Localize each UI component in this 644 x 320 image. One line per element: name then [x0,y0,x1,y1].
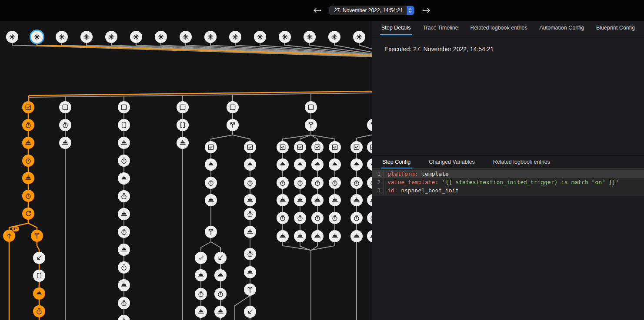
node-timer[interactable] [350,212,363,224]
node-service[interactable] [195,306,207,318]
tab-related-logbook-entries-2[interactable]: Related logbook entries [492,156,551,168]
node-asterisk[interactable] [304,31,316,43]
node-service[interactable] [329,230,341,242]
node-service[interactable] [329,194,341,206]
node-service[interactable] [311,194,324,206]
node-service[interactable] [277,194,289,206]
node-timer[interactable] [311,177,324,189]
node-service[interactable] [277,158,289,171]
node-condition-blank[interactable] [59,101,71,113]
node-brackets[interactable] [118,119,130,131]
node-split[interactable] [305,119,317,131]
tab-automation-config[interactable]: Automation Config [538,21,585,35]
node-service[interactable] [177,137,189,149]
node-service[interactable] [244,226,256,238]
node-condition[interactable] [244,141,256,153]
node-check[interactable] [195,252,207,264]
node-service[interactable] [311,158,324,171]
node-asterisk[interactable] [353,31,365,43]
node-service[interactable] [22,137,34,149]
node-service[interactable] [205,194,217,206]
node-timer[interactable] [205,177,217,189]
node-asterisk[interactable] [180,31,192,43]
node-condition-blank[interactable] [118,101,130,113]
node-timer[interactable] [244,208,256,220]
tab-blueprint-config[interactable]: Blueprint Config [595,21,636,35]
node-condition[interactable] [277,141,289,153]
node-timer[interactable] [22,155,34,167]
node-timer[interactable] [118,190,130,202]
node-service[interactable] [244,266,256,278]
tab-changed-variables[interactable]: Changed Variables [427,156,476,168]
node-service[interactable] [294,194,306,206]
node-service[interactable] [350,230,363,242]
node-asterisk[interactable] [6,31,18,43]
node-split[interactable] [205,226,217,238]
node-arrow-dl[interactable] [33,252,45,264]
node-timer[interactable] [311,212,324,224]
tab-related-logbook-entries[interactable]: Related logbook entries [469,21,528,35]
node-timer[interactable] [350,177,363,189]
node-service[interactable] [118,279,130,291]
node-service[interactable] [118,172,130,185]
node-condition-blank[interactable] [227,101,239,113]
node-timer[interactable] [22,190,34,202]
node-timer[interactable] [22,119,34,131]
node-asterisk[interactable] [328,31,340,43]
node-arrow-dl[interactable] [244,306,256,318]
node-timer[interactable] [294,177,306,189]
node-service[interactable] [59,137,71,149]
node-timer[interactable] [277,177,289,189]
node-arrow-up[interactable]: 9+ [3,230,15,242]
node-split[interactable] [227,119,239,131]
node-service[interactable] [118,208,130,220]
node-timer[interactable] [214,288,227,300]
node-timer[interactable] [118,226,130,238]
node-service[interactable] [294,230,306,242]
node-timer[interactable] [118,261,130,274]
node-asterisk[interactable] [31,31,43,43]
node-asterisk[interactable] [56,31,68,43]
node-timer[interactable] [118,297,130,309]
node-timer[interactable] [277,212,289,224]
node-brackets[interactable] [33,270,45,282]
node-timer[interactable] [118,155,130,167]
tab-step-details[interactable]: Step Details [380,21,412,35]
node-service[interactable] [329,158,341,171]
next-trace-button[interactable] [420,5,432,16]
node-asterisk[interactable] [130,31,142,43]
node-service[interactable] [33,287,45,300]
node-asterisk[interactable] [105,31,117,43]
node-brackets[interactable] [177,119,189,131]
node-condition[interactable] [311,141,324,153]
node-service[interactable] [118,244,130,256]
node-asterisk[interactable] [229,31,241,43]
node-service[interactable] [118,137,130,149]
node-service[interactable] [22,172,34,184]
node-service[interactable] [350,158,363,171]
node-asterisk[interactable] [279,31,291,43]
node-timer[interactable] [33,305,45,317]
node-service[interactable] [350,194,363,206]
node-asterisk[interactable] [155,31,167,43]
node-service[interactable] [214,269,227,281]
node-repeat[interactable] [22,208,34,220]
node-condition[interactable] [22,101,34,113]
node-condition-blank[interactable] [305,101,317,113]
node-condition[interactable] [329,141,341,153]
node-service[interactable] [195,269,207,281]
node-condition[interactable] [294,141,306,153]
node-condition[interactable] [205,141,217,153]
node-service[interactable] [205,158,217,171]
node-service[interactable] [244,194,256,206]
node-timer[interactable] [195,288,207,300]
node-service[interactable] [214,306,227,318]
previous-trace-button[interactable] [312,5,323,16]
node-service[interactable] [294,158,306,171]
node-timer[interactable] [329,212,341,224]
node-service[interactable] [311,230,324,242]
node-asterisk[interactable] [204,31,217,43]
node-condition-blank[interactable] [177,101,189,113]
tab-step-config[interactable]: Step Config [381,156,412,168]
node-split[interactable] [31,230,43,242]
